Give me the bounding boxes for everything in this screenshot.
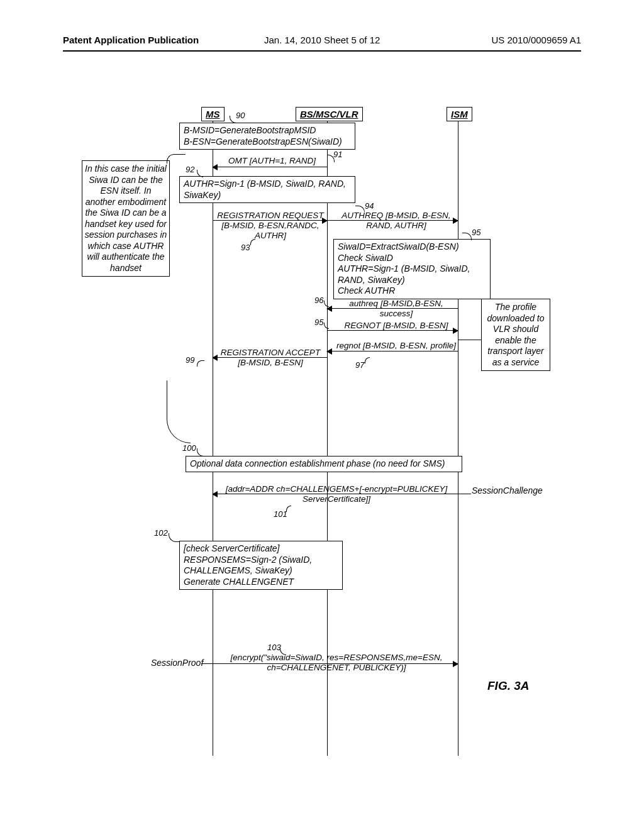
ref-92: 92 xyxy=(186,165,194,174)
msg-93: REGISTRATION REQUEST [B-MSID, B-ESN,RAND… xyxy=(211,211,330,241)
msg-101: [addr=ADDR ch=CHALLENGEMS+[-encrypt=PUBL… xyxy=(217,484,456,504)
arrow-91 xyxy=(213,167,327,167)
ref-102: 102 xyxy=(154,528,168,538)
ref-96: 96 xyxy=(314,296,323,305)
figure-label: FIG. 3A xyxy=(487,679,530,693)
actor-bs: BS/MSC/VLR xyxy=(296,107,363,121)
ref-101: 101 xyxy=(274,509,287,519)
msg-91: OMT [AUTH=1, RAND] xyxy=(220,156,324,166)
header-rule xyxy=(63,50,581,52)
msg-96: authreq [B-MSID,B-ESN, success] xyxy=(336,299,456,319)
lead-102 xyxy=(169,533,180,542)
ref-91: 91 xyxy=(333,150,342,159)
lead-96 xyxy=(324,301,329,307)
note-right-lead xyxy=(458,340,481,340)
ref-93: 93 xyxy=(241,243,250,252)
note-left-lead-bottom xyxy=(167,380,191,443)
note-left: In this case the initial Siwa ID can be … xyxy=(82,160,170,277)
ref-103: 103 xyxy=(267,643,281,652)
proc-92: AUTHR=Sign-1 (B-MSID, SiwaID, RAND, Siwa… xyxy=(179,176,355,203)
lead-99 xyxy=(197,360,204,367)
header-right: US 2010/0009659 A1 xyxy=(491,35,581,45)
lead-95b xyxy=(462,233,472,240)
proc-100: Optional data connection establishment p… xyxy=(186,456,462,472)
ref-94: 94 xyxy=(365,201,374,211)
lead-97 xyxy=(365,357,370,363)
lead-sessionproof xyxy=(201,663,213,664)
msg-103: [encrypt("siwaid=SiwaID, res=RESPONSEMS,… xyxy=(217,653,456,673)
proc-90: B-MSID=GenerateBootstrapMSID B-ESN=Gener… xyxy=(179,123,355,150)
ref-100: 100 xyxy=(182,443,196,453)
ref-90: 90 xyxy=(236,111,245,120)
ref-99: 99 xyxy=(186,355,194,365)
ref-97: 97 xyxy=(355,360,364,370)
msg-95: REGNOT [B-MSID, B-ESN] xyxy=(336,321,456,331)
actor-ms: MS xyxy=(201,107,225,121)
msg-94: AUTHREQ [B-MSID, B-ESN, RAND, AUTHR] xyxy=(336,211,456,231)
label-sessionchallenge: SessionChallenge xyxy=(472,485,543,495)
ref-95b: 95 xyxy=(472,228,480,237)
proc-102: [check ServerCertificate] RESPONSEMS=Sig… xyxy=(179,541,343,590)
header-mid: Jan. 14, 2010 Sheet 5 of 12 xyxy=(264,35,380,45)
msg-99: REGISTRATION ACCEPT [B-MSID, B-ESN] xyxy=(214,348,327,368)
header-left: Patent Application Publication xyxy=(63,35,199,45)
note-right: The profile downloaded to VLR should ena… xyxy=(481,299,550,371)
lead-94 xyxy=(355,206,365,212)
lead-95 xyxy=(324,323,329,329)
proc-95: SiwaID=ExtractSiwaID(B-ESN) Check SiwaID… xyxy=(333,239,491,299)
note-left-lead xyxy=(167,154,186,163)
label-sessionproof: SessionProof xyxy=(151,658,203,668)
lead-sessionchallenge xyxy=(458,494,471,494)
msg-97: regnot [B-MSID, B-ESN, profile] xyxy=(336,341,456,351)
ref-95: 95 xyxy=(314,318,323,327)
actor-ism: ISM xyxy=(447,107,472,121)
lead-101 xyxy=(286,506,291,512)
sequence-diagram: MS BS/MSC/VLR ISM In this case the initi… xyxy=(85,107,563,755)
